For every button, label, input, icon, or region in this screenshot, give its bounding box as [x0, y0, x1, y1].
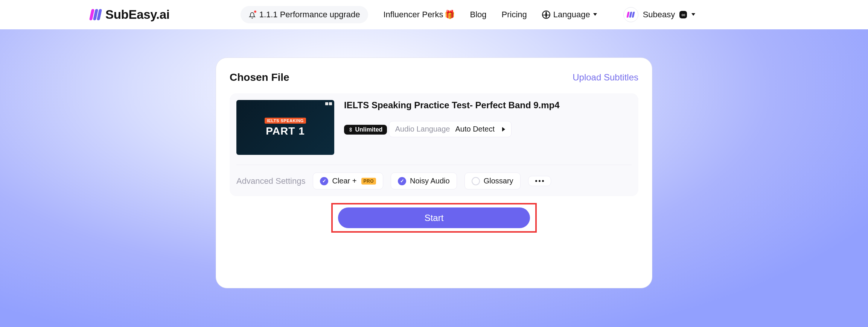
thumb-title: PART 1 — [266, 125, 305, 137]
upload-subtitles-link[interactable]: Upload Subtitles — [573, 72, 638, 83]
video-thumbnail[interactable]: IELTS SPEAKING PART 1 — [236, 100, 334, 155]
triangle-right-icon — [502, 127, 505, 132]
chevron-down-icon — [593, 13, 597, 16]
language-label: Language — [553, 10, 590, 20]
infinity-icon: ∞ — [347, 127, 354, 132]
main-nav: 1.1.1 Performance upgrade Influencer Per… — [241, 6, 696, 23]
chevron-down-icon — [691, 13, 695, 16]
announcement-text: 1.1.1 Performance upgrade — [259, 10, 360, 20]
logo-icon — [90, 9, 101, 20]
nav-blog[interactable]: Blog — [470, 10, 486, 20]
profile-name: Subeasy — [643, 10, 675, 20]
profile-menu[interactable]: Subeasy ∞ — [623, 7, 696, 22]
thumb-corner-icon — [325, 102, 332, 105]
card-title: Chosen File — [230, 71, 289, 83]
option-clear-plus[interactable]: Clear + PRO — [313, 173, 383, 189]
advanced-settings-row: Advanced Settings Clear + PRO Noisy Audi… — [236, 173, 632, 189]
check-icon — [398, 177, 406, 185]
check-icon — [320, 177, 328, 185]
globe-icon — [542, 11, 550, 19]
top-nav: SubEasy.ai 1.1.1 Performance upgrade Inf… — [0, 0, 868, 29]
avatar — [623, 7, 638, 22]
brand-name: SubEasy.ai — [105, 8, 170, 22]
infinity-badge: ∞ — [679, 11, 687, 18]
audio-language-selector[interactable]: Audio Language Auto Detect — [389, 121, 512, 137]
language-selector[interactable]: Language — [542, 10, 597, 20]
bell-icon — [249, 11, 256, 18]
chosen-file-block: IELTS SPEAKING PART 1 IELTS Speaking Pra… — [230, 93, 638, 196]
thumb-tag: IELTS SPEAKING — [265, 118, 306, 124]
upload-card: Chosen File Upload Subtitles IELTS SPEAK… — [216, 58, 652, 288]
check-icon — [472, 177, 480, 185]
brand-logo[interactable]: SubEasy.ai — [90, 8, 170, 22]
file-name: IELTS Speaking Practice Test- Perfect Ba… — [344, 100, 560, 111]
pro-badge: PRO — [361, 178, 376, 185]
more-options-button[interactable] — [528, 176, 551, 186]
option-noisy-audio[interactable]: Noisy Audio — [391, 173, 457, 189]
hero-area: Chosen File Upload Subtitles IELTS SPEAK… — [0, 29, 868, 327]
start-highlight-box: Start — [331, 203, 537, 233]
advanced-settings-label: Advanced Settings — [236, 176, 305, 186]
file-meta: IELTS Speaking Practice Test- Perfect Ba… — [344, 100, 560, 155]
nav-pricing[interactable]: Pricing — [502, 10, 527, 20]
announcement-pill[interactable]: 1.1.1 Performance upgrade — [241, 6, 369, 23]
audio-language-label: Audio Language — [395, 125, 450, 133]
divider — [236, 165, 632, 165]
start-button[interactable]: Start — [338, 207, 530, 228]
unlimited-badge: ∞ Unlimited — [344, 125, 387, 135]
audio-language-value: Auto Detect — [455, 125, 495, 133]
option-glossary[interactable]: Glossary — [464, 173, 521, 189]
nav-influencer-perks[interactable]: Influencer Perks — [383, 10, 455, 20]
